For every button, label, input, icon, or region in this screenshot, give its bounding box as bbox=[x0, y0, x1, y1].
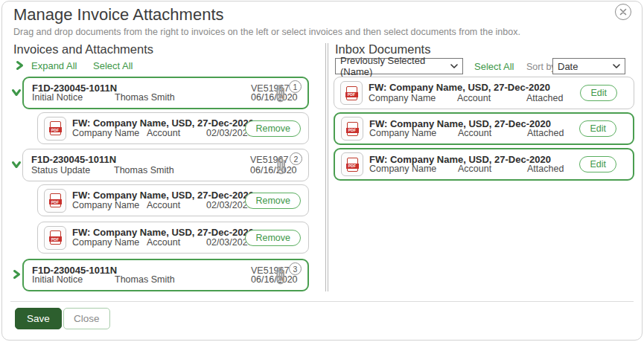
inbox-document-row[interactable]: PDF FW: Company Name, USD, 27-Dec-2020 C… bbox=[334, 77, 634, 109]
attachment-title: FW: Company Name, USD, 27-Dec-2020 bbox=[72, 227, 254, 238]
chevron-down-icon bbox=[613, 64, 620, 68]
select-all-documents-link[interactable]: Select All bbox=[474, 61, 514, 72]
remove-attachment-button[interactable]: Remove bbox=[245, 193, 301, 209]
invoice-type: Initial Notice bbox=[32, 274, 83, 285]
remove-attachment-button[interactable]: Remove bbox=[245, 120, 301, 137]
attachment-count-badge: 1 bbox=[289, 80, 302, 93]
invoices-panel-heading: Invoices and Attachments bbox=[13, 42, 153, 57]
attachment-company: Company Name bbox=[72, 200, 139, 210]
remove-attachment-button[interactable]: Remove bbox=[245, 230, 301, 246]
inbox-filter-selected-value: Previously Selected (Name) bbox=[340, 55, 446, 77]
invoice-expand-chevron-icon[interactable] bbox=[12, 269, 22, 280]
sort-selected-value: Date bbox=[558, 61, 578, 72]
panel-divider bbox=[325, 43, 328, 291]
invoice-type: Status Update bbox=[31, 165, 90, 175]
attachment-account: Account bbox=[147, 237, 180, 248]
paperclip-icon bbox=[275, 266, 286, 288]
invoice-collapse-chevron-icon[interactable] bbox=[11, 87, 22, 97]
paperclip-icon bbox=[275, 84, 286, 106]
expand-all-chevron-icon[interactable] bbox=[15, 60, 25, 71]
invoice-type: Initial Notice bbox=[32, 92, 83, 103]
attachment-title: FW: Company Name, USD, 27-Dec-2020 bbox=[72, 190, 254, 201]
invoice-card[interactable]: F1D-230045-1011N VE51967 Initial Notice … bbox=[22, 259, 309, 291]
document-status: Attached bbox=[527, 164, 564, 174]
invoice-card[interactable]: F1D-230045-1011N VE51967 Status Update T… bbox=[22, 149, 309, 181]
invoice-contact: Thomas Smith bbox=[114, 165, 174, 175]
pdf-icon: PDF bbox=[44, 189, 66, 213]
invoice-contact: Thomas Smith bbox=[115, 92, 175, 103]
document-status: Attached bbox=[527, 128, 564, 138]
pdf-icon: PDF bbox=[44, 226, 66, 250]
edit-document-button[interactable]: Edit bbox=[579, 156, 616, 172]
edit-document-button[interactable]: Edit bbox=[580, 85, 617, 101]
select-all-invoices-link[interactable]: Select All bbox=[93, 60, 133, 71]
invoice-number: F1D-230045-1011N bbox=[31, 154, 116, 165]
document-company: Company Name bbox=[369, 164, 436, 174]
page-title: Manage Invoice Attachments bbox=[13, 5, 224, 25]
chevron-down-icon bbox=[450, 64, 458, 68]
document-account: Account bbox=[458, 128, 491, 138]
edit-document-button[interactable]: Edit bbox=[579, 120, 616, 137]
document-company: Company Name bbox=[369, 93, 436, 103]
close-button[interactable]: Close bbox=[63, 308, 110, 329]
document-account: Account bbox=[458, 164, 491, 174]
document-company: Company Name bbox=[369, 128, 436, 138]
attachment-row[interactable]: PDF FW: Company Name, USD, 27-Dec-2020 C… bbox=[37, 222, 309, 254]
dialog-subtitle: Drag and drop documents from the right t… bbox=[13, 27, 520, 37]
close-icon bbox=[619, 8, 627, 16]
document-title: FW: Company Name, USD, 27-Dec-2020 bbox=[369, 82, 550, 93]
attachment-count-badge: 2 bbox=[290, 152, 302, 165]
sort-select[interactable]: Date bbox=[552, 58, 625, 74]
invoice-contact: Thomas Smith bbox=[115, 274, 175, 285]
document-account: Account bbox=[457, 93, 491, 103]
pdf-icon: PDF bbox=[340, 81, 363, 105]
attachment-count-indicator: 2 bbox=[275, 154, 302, 176]
inbox-filter-select[interactable]: Previously Selected (Name) bbox=[335, 58, 463, 74]
invoice-collapse-chevron-icon[interactable] bbox=[11, 159, 22, 170]
document-status: Attached bbox=[526, 93, 563, 103]
sort-by-label: Sort by bbox=[526, 62, 556, 72]
attachment-account: Account bbox=[147, 128, 180, 138]
attachment-count-indicator: 3 bbox=[275, 264, 302, 286]
attachment-count-indicator: 1 bbox=[275, 82, 302, 104]
attachment-count-badge: 3 bbox=[289, 262, 302, 275]
expand-all-link[interactable]: Expand All bbox=[31, 60, 77, 71]
pdf-icon: PDF bbox=[341, 117, 363, 141]
invoice-card[interactable]: F1D-230045-1011N VE51967 Initial Notice … bbox=[22, 77, 309, 109]
inbox-document-row[interactable]: PDF FW: Company Name, USD, 27-Dec-2020 C… bbox=[334, 148, 634, 181]
close-dialog-button[interactable] bbox=[615, 4, 631, 20]
pdf-icon: PDF bbox=[341, 152, 363, 176]
attachment-row[interactable]: PDF FW: Company Name, USD, 27-Dec-2020 C… bbox=[37, 112, 309, 144]
paperclip-icon bbox=[275, 156, 287, 178]
footer-divider bbox=[10, 301, 634, 302]
pdf-icon: PDF bbox=[44, 117, 66, 141]
attachment-company: Company Name bbox=[72, 237, 139, 248]
save-button[interactable]: Save bbox=[15, 308, 62, 329]
attachment-account: Account bbox=[147, 200, 180, 210]
attachment-title: FW: Company Name, USD, 27-Dec-2020 bbox=[72, 117, 254, 129]
attachment-row[interactable]: PDF FW: Company Name, USD, 27-Dec-2020 C… bbox=[37, 184, 309, 216]
inbox-document-row[interactable]: PDF FW: Company Name, USD, 27-Dec-2020 C… bbox=[334, 112, 634, 145]
attachment-company: Company Name bbox=[72, 128, 139, 138]
